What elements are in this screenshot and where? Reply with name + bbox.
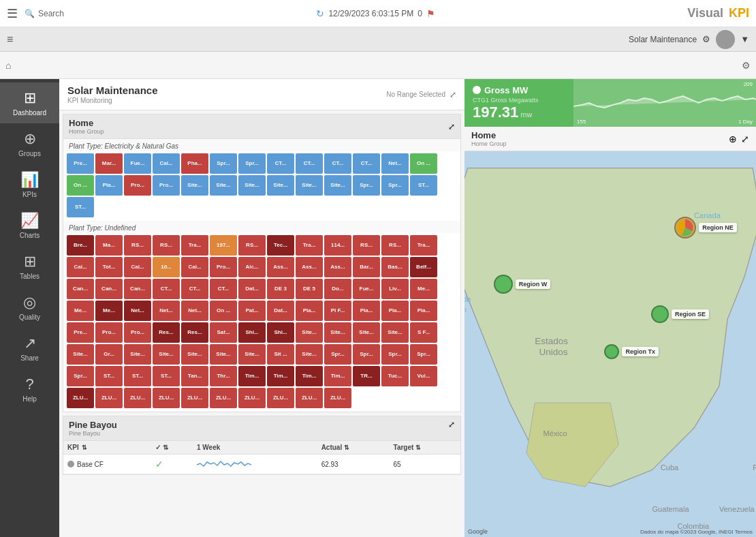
- tile-item[interactable]: Spr...: [381, 175, 409, 196]
- tile-item[interactable]: 114...: [324, 235, 351, 256]
- tile-item[interactable]: Pro...: [210, 257, 237, 277]
- tile-item[interactable]: Pro...: [95, 322, 123, 343]
- tile-item[interactable]: Pl F...: [324, 301, 351, 321]
- tile-item[interactable]: Site...: [124, 344, 151, 365]
- tile-item[interactable]: Pre...: [67, 322, 94, 343]
- sidebar-item-groups[interactable]: ⊕ Groups: [0, 123, 59, 164]
- tile-item[interactable]: Fue...: [353, 279, 380, 299]
- settings-icon[interactable]: ⚙: [742, 60, 751, 71]
- tile-item[interactable]: Shi...: [238, 322, 266, 343]
- tile-item[interactable]: Can...: [67, 279, 94, 299]
- tile-item[interactable]: Tim...: [238, 366, 266, 386]
- tile-item[interactable]: Shi...: [267, 322, 294, 343]
- tile-item[interactable]: RS...: [353, 235, 380, 256]
- expand-icon[interactable]: ⤢: [450, 90, 456, 99]
- tile-item[interactable]: Pat...: [238, 301, 266, 321]
- tile-item[interactable]: ZLU...: [67, 388, 94, 408]
- tile-item[interactable]: Can...: [124, 279, 151, 299]
- sidebar-item-help[interactable]: ? Help: [0, 369, 59, 410]
- tile-item[interactable]: Spr...: [353, 344, 380, 365]
- tile-item[interactable]: Bas...: [381, 257, 409, 277]
- tile-item[interactable]: Site...: [210, 175, 237, 196]
- tile-item[interactable]: On ...: [210, 301, 237, 321]
- tile-item[interactable]: Pla...: [410, 301, 437, 321]
- tile-item[interactable]: Cal...: [153, 153, 180, 174]
- tile-item[interactable]: Pro...: [153, 175, 180, 196]
- tile-item[interactable]: Tan...: [181, 366, 208, 386]
- tile-item[interactable]: Site...: [267, 175, 294, 196]
- tile-item[interactable]: Ma...: [95, 235, 123, 256]
- sidebar-item-share[interactable]: ↗ Share: [0, 328, 59, 369]
- tile-item[interactable]: CT...: [324, 153, 351, 174]
- sidebar-item-kpis[interactable]: 📊 KPIs: [0, 164, 59, 205]
- tile-item[interactable]: Site...: [181, 344, 208, 365]
- user-menu-icon[interactable]: ▼: [740, 34, 749, 44]
- tile-item[interactable]: Spr...: [238, 153, 266, 174]
- tile-item[interactable]: CT...: [181, 279, 208, 299]
- tile-item[interactable]: Alc...: [238, 257, 266, 277]
- tile-item[interactable]: DE 5: [296, 279, 323, 299]
- tile-item[interactable]: Tra...: [181, 235, 208, 256]
- tile-item[interactable]: Me...: [95, 301, 123, 321]
- tile-item[interactable]: CT...: [267, 153, 294, 174]
- tile-item[interactable]: Site...: [181, 175, 208, 196]
- pine-expand[interactable]: ⤢: [448, 420, 455, 437]
- tile-item[interactable]: Can...: [95, 279, 123, 299]
- tile-item[interactable]: ZLU...: [95, 388, 123, 408]
- tile-item[interactable]: Net...: [153, 301, 180, 321]
- tile-item[interactable]: Site...: [153, 344, 180, 365]
- target-sort-icon[interactable]: ⇅: [415, 444, 421, 451]
- tile-item[interactable]: ZLU...: [124, 388, 151, 408]
- tile-item[interactable]: ZLU...: [153, 388, 180, 408]
- tile-item[interactable]: Net...: [181, 301, 208, 321]
- tile-item[interactable]: Bre...: [67, 235, 94, 256]
- tile-item[interactable]: Site...: [238, 344, 266, 365]
- tile-item[interactable]: Site...: [324, 175, 351, 196]
- tile-item[interactable]: Dat...: [267, 301, 294, 321]
- sidebar-item-quality[interactable]: ◎ Quality: [0, 287, 59, 328]
- tile-item[interactable]: On ...: [410, 153, 437, 174]
- tile-item[interactable]: 197...: [210, 235, 237, 256]
- tile-item[interactable]: Pla...: [381, 301, 409, 321]
- tile-item[interactable]: Site...: [67, 344, 94, 365]
- tile-item[interactable]: Net...: [124, 301, 151, 321]
- tile-item[interactable]: Tim...: [267, 366, 294, 386]
- tile-item[interactable]: Pha...: [181, 153, 208, 174]
- tile-item[interactable]: Ass...: [267, 257, 294, 277]
- menu-icon[interactable]: ☰: [7, 6, 18, 21]
- tile-item[interactable]: Spr...: [353, 175, 380, 196]
- tile-item[interactable]: Saf...: [210, 322, 237, 343]
- tile-item[interactable]: Spr...: [67, 366, 94, 386]
- tile-item[interactable]: TR...: [353, 366, 380, 386]
- tile-item[interactable]: Tra...: [296, 235, 323, 256]
- tile-item[interactable]: CT...: [296, 153, 323, 174]
- tile-item[interactable]: Pro...: [124, 175, 151, 196]
- tile-item[interactable]: Dat...: [238, 279, 266, 299]
- tile-item[interactable]: Site...: [210, 344, 237, 365]
- tile-item[interactable]: Res...: [153, 322, 180, 343]
- tile-item[interactable]: Vul...: [410, 366, 437, 386]
- tile-item[interactable]: Gr...: [95, 344, 123, 365]
- tile-item[interactable]: Tim...: [324, 366, 351, 386]
- tile-item[interactable]: Spr...: [410, 344, 437, 365]
- solar-settings-icon[interactable]: ⚙: [702, 34, 710, 44]
- sidebar-item-charts[interactable]: 📈 Charts: [0, 205, 59, 246]
- tile-item[interactable]: ZLU...: [181, 388, 208, 408]
- tile-item[interactable]: Tot...: [95, 257, 123, 277]
- tile-item[interactable]: Site...: [324, 322, 351, 343]
- tile-item[interactable]: CT...: [153, 279, 180, 299]
- tile-item[interactable]: Site...: [381, 322, 409, 343]
- tile-item[interactable]: Thr...: [210, 366, 237, 386]
- tile-item[interactable]: Ass...: [324, 257, 351, 277]
- status-sort-icon[interactable]: ✓ ⇅: [155, 444, 168, 451]
- tile-item[interactable]: ST...: [153, 366, 180, 386]
- list-icon[interactable]: ≡: [7, 33, 13, 46]
- tile-item[interactable]: RS...: [153, 235, 180, 256]
- tile-item[interactable]: RS...: [381, 235, 409, 256]
- tile-item[interactable]: Site...: [296, 322, 323, 343]
- tile-item[interactable]: Me...: [410, 279, 437, 299]
- tile-item[interactable]: ST...: [95, 366, 123, 386]
- kpi-sort-icon[interactable]: ⇅: [82, 444, 87, 451]
- tile-item[interactable]: ZLU...: [267, 388, 294, 408]
- tile-item[interactable]: ZLU...: [296, 388, 323, 408]
